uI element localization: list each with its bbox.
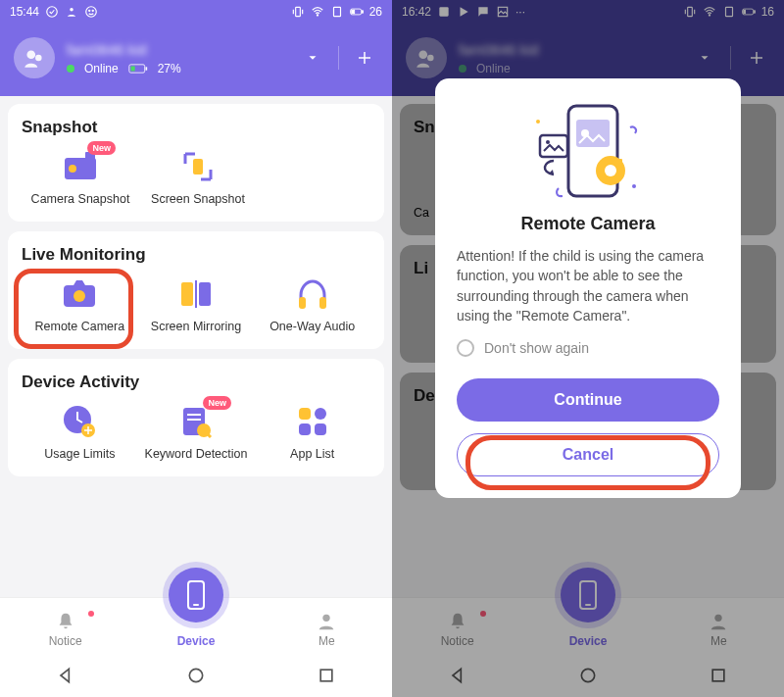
battery-icon	[350, 5, 364, 19]
svg-point-39	[189, 669, 202, 681]
device-dropdown[interactable]	[299, 51, 326, 65]
person-icon	[316, 611, 337, 632]
svg-point-61	[536, 120, 540, 124]
plus-icon	[356, 49, 373, 67]
tab-me-label: Me	[318, 634, 335, 648]
one-way-audio-item[interactable]: One-Way Audio	[254, 274, 370, 333]
add-device-button[interactable]	[351, 49, 378, 67]
remote-camera-modal: Remote Camera Attention! If the child is…	[435, 78, 741, 498]
svg-rect-19	[193, 159, 203, 174]
usage-limits-label: Usage Limits	[44, 447, 115, 461]
bottom-nav: Notice Device Me	[0, 597, 392, 654]
keyword-detection-item[interactable]: New Keyword Detection	[138, 402, 255, 461]
cancel-label: Cancel	[563, 446, 613, 464]
snapshot-card: Snapshot New Camera Snapshot Screen Snap…	[8, 104, 384, 222]
dont-show-label: Don't show again	[484, 340, 589, 356]
status-face-icon	[84, 5, 98, 19]
status-battery-pct: 26	[369, 5, 382, 19]
svg-point-11	[26, 50, 35, 59]
svg-point-0	[47, 7, 58, 18]
activity-title: Device Activity	[22, 373, 370, 392]
svg-point-33	[315, 408, 326, 420]
svg-rect-40	[320, 670, 332, 681]
apps-icon	[297, 406, 328, 437]
app-list-item[interactable]: App List	[254, 402, 370, 461]
tab-device-label: Device	[177, 634, 216, 648]
svg-rect-10	[351, 10, 354, 14]
keyword-detection-label: Keyword Detection	[145, 447, 248, 461]
tab-notice[interactable]: Notice	[0, 611, 130, 654]
svg-rect-37	[193, 604, 199, 606]
battery-small-icon	[128, 63, 148, 75]
svg-rect-14	[145, 67, 147, 70]
svg-point-1	[70, 8, 74, 11]
svg-rect-32	[299, 408, 311, 420]
svg-point-2	[86, 7, 97, 18]
remote-camera-item[interactable]: Remote Camera	[22, 274, 138, 333]
screen-snapshot-icon	[181, 150, 215, 183]
vibrate-icon	[291, 5, 305, 19]
mirror-icon	[178, 277, 214, 311]
device-activity-card: Device Activity Usage Limits New Keyword…	[8, 359, 384, 476]
camera-snapshot-item[interactable]: New Camera Snapshot	[22, 147, 139, 206]
online-dot-icon	[67, 65, 74, 73]
screen-mirroring-item[interactable]: Screen Mirroring	[138, 274, 255, 333]
continue-button[interactable]: Continue	[457, 378, 719, 422]
one-way-audio-label: One-Way Audio	[270, 320, 355, 333]
device-battery-pct: 27%	[158, 62, 181, 75]
screen-mirroring-label: Screen Mirroring	[151, 320, 241, 333]
screen-snapshot-item[interactable]: Screen Snapshot	[139, 147, 257, 206]
camera-snapshot-label: Camera Snapshot	[31, 192, 130, 206]
status-bar: 15:44 26	[0, 0, 392, 24]
continue-label: Continue	[554, 391, 621, 409]
usage-limits-item[interactable]: Usage Limits	[22, 402, 138, 461]
header-divider	[338, 46, 339, 70]
modal-title: Remote Camera	[457, 214, 719, 234]
svg-rect-7	[333, 7, 340, 16]
wifi-icon	[311, 5, 324, 19]
svg-point-55	[546, 140, 550, 144]
svg-rect-5	[295, 7, 300, 16]
home-button[interactable]	[186, 666, 206, 685]
svg-point-12	[35, 55, 42, 62]
svg-point-3	[89, 10, 90, 11]
remote-camera-icon	[60, 277, 99, 311]
device-fab	[169, 568, 223, 622]
new-badge: New	[203, 396, 231, 410]
checkbox-circle-icon	[457, 339, 474, 357]
modal-illustration	[457, 98, 719, 206]
online-status: Online	[84, 62, 119, 75]
cancel-button[interactable]: Cancel	[457, 433, 719, 476]
svg-rect-34	[299, 423, 311, 435]
recents-button[interactable]	[317, 666, 336, 685]
svg-point-18	[69, 165, 76, 173]
svg-rect-30	[187, 419, 201, 421]
status-check-icon	[45, 5, 59, 19]
status-time: 15:44	[10, 5, 39, 19]
live-monitoring-card: Live Monitoring Remote Camera Screen Mir…	[8, 231, 384, 349]
svg-point-58	[605, 165, 616, 176]
back-button[interactable]	[56, 666, 75, 685]
chevron-down-icon	[306, 51, 319, 65]
svg-rect-23	[199, 282, 211, 306]
clock-icon	[62, 404, 97, 439]
phone-icon	[186, 580, 206, 610]
svg-rect-25	[319, 297, 326, 309]
svg-rect-29	[187, 414, 201, 416]
remote-camera-label: Remote Camera	[34, 320, 124, 333]
tab-device[interactable]: Device	[130, 568, 261, 654]
user-name: fam0846 kid	[67, 41, 287, 58]
svg-point-4	[92, 10, 93, 11]
dont-show-again-checkbox[interactable]: Don't show again	[457, 339, 719, 357]
header: fam0846 kid Online 27%	[0, 24, 392, 96]
avatar[interactable]	[14, 37, 55, 78]
svg-rect-59	[616, 159, 622, 164]
svg-point-38	[323, 615, 330, 622]
modal-body: Attention! If the child is using the cam…	[457, 246, 719, 325]
svg-rect-54	[540, 135, 567, 157]
svg-rect-35	[315, 423, 326, 435]
svg-rect-24	[299, 297, 306, 309]
tab-me[interactable]: Me	[262, 611, 392, 654]
svg-point-60	[632, 184, 636, 188]
tab-notice-label: Notice	[49, 634, 82, 648]
